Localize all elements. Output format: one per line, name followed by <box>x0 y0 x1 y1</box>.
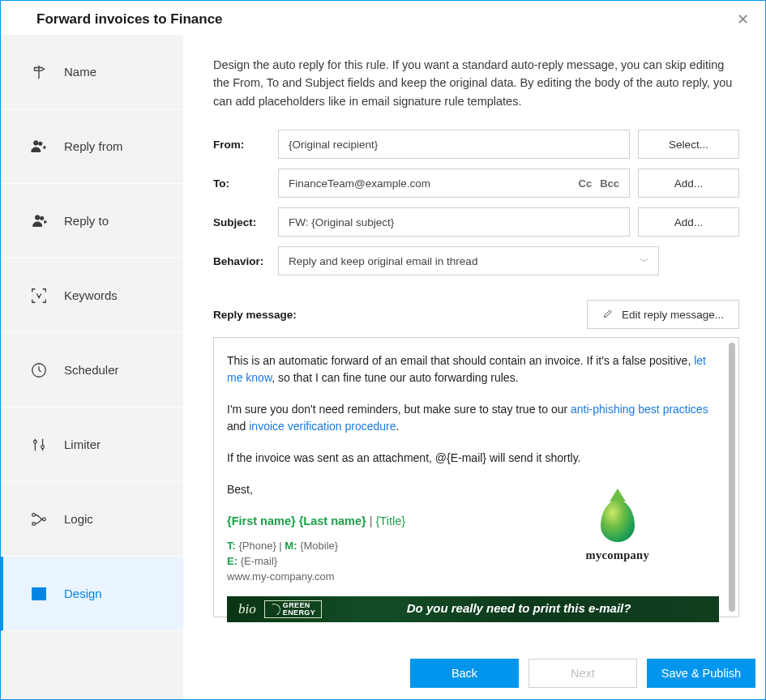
close-icon[interactable]: ✕ <box>732 9 754 30</box>
reply-preview: This is an automatic forward of an email… <box>213 337 739 617</box>
clock-icon <box>30 361 48 379</box>
from-input-wrap[interactable] <box>278 130 630 159</box>
subject-input-wrap[interactable] <box>278 207 630 237</box>
scrollbar[interactable] <box>729 343 735 612</box>
svg-point-9 <box>43 518 46 521</box>
svg-point-3 <box>40 216 43 220</box>
sidebar-item-limiter[interactable]: Limiter <box>1 408 183 482</box>
from-input[interactable] <box>289 139 619 151</box>
svg-point-1 <box>39 142 42 145</box>
label-from: From: <box>213 139 278 151</box>
label-subject: Subject: <box>213 216 278 228</box>
sidebar-item-scheduler[interactable]: Scheduler <box>1 333 183 408</box>
label-to: To: <box>213 177 278 190</box>
svg-point-6 <box>41 445 45 448</box>
logic-nodes-icon <box>30 510 48 528</box>
content: Design the auto reply for this rule. If … <box>184 35 765 699</box>
dialog-title: Forward invoices to Finance <box>36 11 223 28</box>
signature-web: www.my-company.com <box>227 570 719 585</box>
people-right-icon <box>30 139 48 155</box>
sidebar-item-reply-to[interactable]: Reply to <box>1 184 183 258</box>
sliders-icon <box>30 436 48 454</box>
people-left-icon <box>30 213 48 229</box>
svg-point-2 <box>35 215 40 220</box>
signpost-icon <box>30 63 48 81</box>
anti-phishing-link[interactable]: anti-phishing best practices <box>571 403 708 416</box>
banner-bio: bio <box>238 599 256 620</box>
edit-reply-label: Edit reply message... <box>622 309 724 321</box>
sidebar-item-name[interactable]: Name <box>1 35 183 109</box>
row-subject: Subject: Add... <box>213 207 739 237</box>
svg-point-7 <box>32 513 36 516</box>
message-body: This is an automatic forward of an email… <box>227 352 719 621</box>
titlebar: Forward invoices to Finance ✕ <box>1 1 765 35</box>
sidebar-item-label: Logic <box>64 512 93 526</box>
sidebar-item-label: Design <box>64 587 102 600</box>
company-logo: mycompany <box>586 500 649 565</box>
sidebar-item-label: Name <box>64 65 96 79</box>
chevron-down-icon: ﹀ <box>640 255 648 267</box>
back-button[interactable]: Back <box>410 659 519 688</box>
intro-text: Design the auto reply for this rule. If … <box>213 56 739 110</box>
next-button: Next <box>528 659 637 688</box>
footer: Back Next Save & Publish <box>184 647 765 699</box>
sidebar-item-design[interactable]: Design <box>1 557 183 631</box>
logo-text: mycompany <box>586 547 649 565</box>
to-input-wrap[interactable]: Cc Bcc <box>278 169 630 198</box>
row-to: To: Cc Bcc Add... <box>213 169 739 198</box>
sidebar-item-label: Keywords <box>64 288 118 302</box>
from-select-button[interactable]: Select... <box>638 130 739 159</box>
banner-text: Do you really need to print this e-mail? <box>330 600 708 618</box>
sidebar-item-label: Limiter <box>64 438 101 451</box>
label-behavior: Behavior: <box>213 255 278 267</box>
sidebar-item-reply-from[interactable]: Reply from <box>1 109 183 184</box>
svg-point-8 <box>32 522 36 525</box>
sidebar: Name Reply from Reply to Keywords Schedu… <box>1 35 184 699</box>
behavior-select[interactable]: Reply and keep original email in thread … <box>278 246 659 275</box>
svg-rect-10 <box>32 587 46 600</box>
sidebar-item-label: Reply to <box>64 214 109 228</box>
sidebar-item-label: Scheduler <box>64 363 119 377</box>
reply-section-header: Reply message: Edit reply message... <box>213 300 739 329</box>
green-banner: bio GREENENERGY Do you really need to pr… <box>227 596 719 622</box>
green-energy-badge: GREENENERGY <box>264 600 322 618</box>
svg-point-0 <box>34 140 39 145</box>
pencil-icon <box>602 308 614 322</box>
to-add-button[interactable]: Add... <box>638 169 739 198</box>
subject-input[interactable] <box>289 216 619 228</box>
behavior-value: Reply and keep original email in thread <box>289 255 477 267</box>
scan-keyword-icon <box>30 287 48 305</box>
sidebar-item-logic[interactable]: Logic <box>1 482 183 557</box>
drop-icon <box>601 500 635 542</box>
layout-icon <box>30 585 48 603</box>
row-behavior: Behavior: Reply and keep original email … <box>213 246 739 275</box>
verification-link[interactable]: invoice verification procedure <box>249 420 396 433</box>
to-input[interactable] <box>289 177 571 190</box>
svg-point-5 <box>34 440 37 443</box>
main: Name Reply from Reply to Keywords Schedu… <box>1 35 765 699</box>
bcc-link[interactable]: Bcc <box>600 177 619 190</box>
sidebar-item-label: Reply from <box>64 139 123 153</box>
row-from: From: Select... <box>213 130 739 159</box>
cc-link[interactable]: Cc <box>579 177 593 190</box>
reply-message-label: Reply message: <box>213 309 297 321</box>
subject-add-button[interactable]: Add... <box>638 207 739 237</box>
edit-reply-button[interactable]: Edit reply message... <box>587 300 739 329</box>
sidebar-item-keywords[interactable]: Keywords <box>1 258 183 333</box>
save-publish-button[interactable]: Save & Publish <box>647 659 755 688</box>
